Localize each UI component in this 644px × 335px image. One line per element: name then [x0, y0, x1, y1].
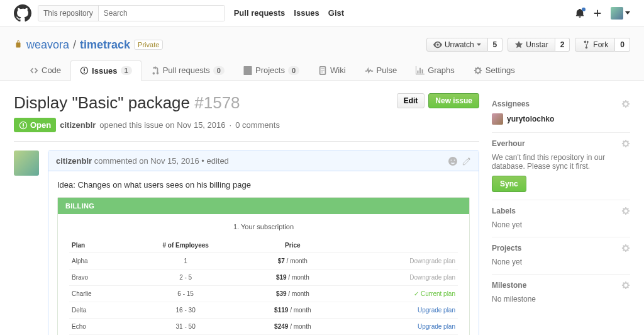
everhour-text: We can't find this repository in our dat… — [492, 153, 630, 171]
billing-screenshot: BILLING 1. Your subscription Plan # of E… — [57, 197, 470, 335]
github-logo-icon[interactable] — [14, 4, 31, 22]
notifications-icon[interactable] — [575, 9, 584, 18]
fork-button[interactable]: Fork — [575, 38, 615, 52]
tab-pulse[interactable]: Pulse — [355, 60, 407, 80]
tab-wiki[interactable]: Wiki — [309, 60, 355, 80]
plan-action: Downgrade plan — [409, 258, 455, 264]
plan-employees: 6 - 15 — [126, 286, 244, 302]
gear-icon[interactable] — [621, 244, 630, 253]
milestone-heading: Milestone — [492, 281, 526, 290]
plan-action: ✓ Current plan — [414, 290, 455, 297]
plan-price: $19 / month — [245, 270, 341, 286]
plan-name: Echo — [69, 319, 126, 335]
sync-button[interactable]: Sync — [492, 176, 526, 192]
repo-title: weavora / timetrack Private — [14, 38, 163, 52]
tab-code[interactable]: Code — [20, 60, 70, 80]
gear-icon[interactable] — [621, 281, 630, 290]
star-button-group: Unstar 2 — [508, 38, 570, 52]
fork-count[interactable]: 0 — [615, 38, 630, 52]
comment: citizenblr commented on Nov 15, 2016 • e… — [48, 150, 479, 335]
repo-owner-link[interactable]: weavora — [26, 38, 69, 52]
gear-icon[interactable] — [621, 139, 630, 148]
nav-issues[interactable]: Issues — [294, 8, 319, 18]
projects-none: None yet — [492, 258, 630, 266]
plan-price: $39 / month — [245, 286, 341, 302]
tab-pull-requests[interactable]: Pull requests0 — [142, 60, 234, 80]
tab-settings[interactable]: Settings — [464, 60, 525, 80]
assignees-heading: Assignees — [492, 99, 530, 108]
comment-text: Idea: Changes on what users sees on his … — [57, 180, 470, 190]
issue-number: #1578 — [194, 93, 240, 112]
fork-button-group: Fork 0 — [575, 38, 630, 52]
milestone-none: No milestone — [492, 295, 630, 304]
star-count[interactable]: 2 — [555, 38, 570, 52]
edit-button[interactable]: Edit — [397, 93, 425, 108]
repo-nav: Code Issues1 Pull requests0 Projects0 Wi… — [14, 60, 630, 80]
everhour-heading: Everhour — [492, 139, 525, 148]
plan-price: $7 / month — [245, 253, 341, 270]
plan-price: $119 / month — [245, 302, 341, 319]
billing-title: BILLING — [58, 198, 469, 214]
global-header: This repository Pull requests Issues Gis… — [0, 0, 644, 26]
plan-employees: 31 - 50 — [126, 319, 244, 335]
state-badge: Open — [14, 118, 56, 132]
assignee-item[interactable]: yurytolochko — [492, 113, 630, 125]
table-row: Alpha1$7 / monthDowngrade plan — [69, 253, 458, 270]
projects-heading: Projects — [492, 244, 521, 253]
repo-header: weavora / timetrack Private Unwatch 5 — [0, 26, 644, 81]
plan-action[interactable]: Upgrade plan — [418, 307, 455, 314]
issue-author[interactable]: citizenblr — [60, 120, 96, 130]
nav-gist[interactable]: Gist — [328, 8, 344, 18]
tab-projects[interactable]: Projects0 — [234, 60, 309, 80]
plan-name: Bravo — [69, 270, 126, 286]
private-badge: Private — [134, 40, 163, 50]
user-menu[interactable] — [611, 7, 630, 20]
repo-name-link[interactable]: timetrack — [80, 38, 130, 52]
comment-author-avatar[interactable] — [14, 150, 39, 176]
unwatch-button[interactable]: Unwatch — [426, 38, 488, 52]
plan-action[interactable]: Upgrade plan — [418, 323, 455, 330]
comment-timestamp: commented on Nov 15, 2016 — [94, 156, 199, 166]
assignee-avatar-icon — [492, 113, 503, 125]
tab-graphs[interactable]: Graphs — [406, 60, 464, 80]
top-nav: Pull requests Issues Gist — [234, 8, 344, 18]
unstar-button[interactable]: Unstar — [508, 38, 555, 52]
table-row: Delta16 - 30$119 / monthUpgrade plan — [69, 302, 458, 319]
issue-comments-count: 0 comments — [235, 120, 280, 130]
th-employees: # of Employees — [126, 238, 244, 253]
watch-count[interactable]: 5 — [488, 38, 503, 52]
issue-sidebar: Assignees yurytolochko Everhour We can't… — [492, 93, 630, 335]
issue-title: Display "Basic" package #1578 — [14, 93, 240, 113]
tab-issues[interactable]: Issues1 — [70, 60, 142, 81]
issue-opened-text: opened this issue on Nov 15, 2016 — [99, 120, 225, 130]
billing-subtitle: 1. Your subscription — [69, 223, 458, 230]
table-row: Bravo2 - 5$19 / monthDowngrade plan — [69, 270, 458, 286]
nav-pull-requests[interactable]: Pull requests — [234, 8, 286, 18]
table-row: Charlie6 - 15$39 / month✓ Current plan — [69, 286, 458, 302]
gear-icon[interactable] — [621, 207, 630, 215]
table-row: Echo31 - 50$249 / monthUpgrade plan — [69, 319, 458, 335]
new-issue-button[interactable]: New issue — [428, 93, 479, 108]
edit-comment-icon[interactable] — [462, 157, 471, 166]
gear-icon[interactable] — [621, 99, 630, 108]
plan-name: Delta — [69, 302, 126, 319]
add-reaction-icon[interactable] — [448, 157, 457, 166]
watch-button-group: Unwatch 5 — [426, 38, 502, 52]
plan-price: $249 / month — [245, 319, 341, 335]
plan-table: Plan # of Employees Price Alpha1$7 / mon… — [69, 238, 458, 335]
lock-icon — [14, 40, 23, 49]
comment-edited-flag[interactable]: • edited — [201, 156, 229, 166]
notification-dot-icon — [582, 8, 586, 11]
plan-employees: 1 — [126, 253, 244, 270]
avatar-icon — [611, 7, 623, 20]
search-box: This repository — [38, 5, 225, 21]
th-plan: Plan — [69, 238, 126, 253]
labels-heading: Labels — [492, 207, 516, 215]
search-input[interactable] — [99, 6, 225, 21]
search-scope[interactable]: This repository — [38, 6, 99, 21]
labels-none: None yet — [492, 220, 630, 229]
comment-author-link[interactable]: citizenblr — [56, 156, 92, 166]
plan-name: Charlie — [69, 286, 126, 302]
create-new-icon[interactable] — [593, 9, 602, 18]
plan-name: Alpha — [69, 253, 126, 270]
